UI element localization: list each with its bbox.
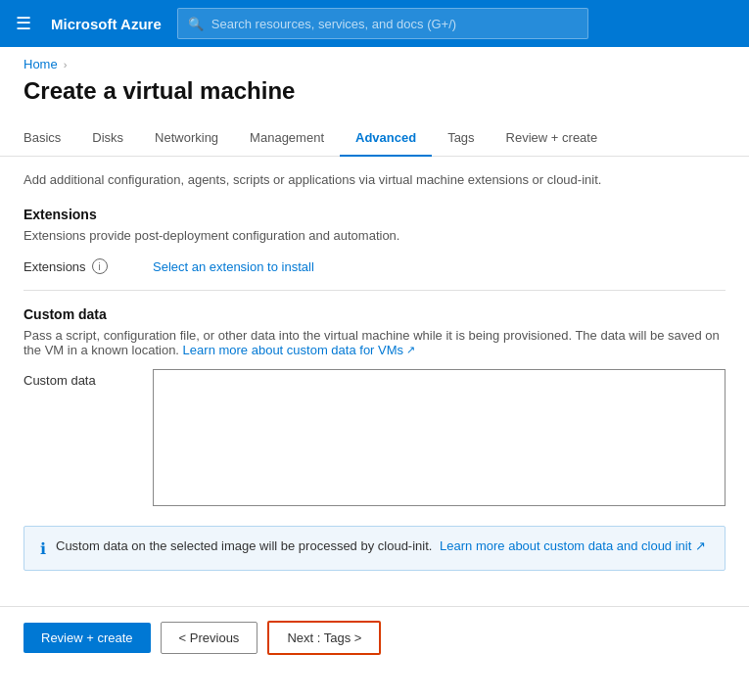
breadcrumb: Home › — [0, 47, 749, 71]
breadcrumb-home[interactable]: Home — [23, 57, 58, 71]
search-bar[interactable]: 🔍 Search resources, services, and docs (… — [177, 8, 588, 39]
review-create-button[interactable]: Review + create — [23, 623, 151, 653]
search-placeholder: Search resources, services, and docs (G+… — [211, 17, 456, 31]
custom-data-label: Custom data — [23, 369, 141, 388]
external-link-icon: ↗ — [406, 344, 415, 356]
info-banner-text: Custom data on the selected image will b… — [56, 538, 706, 553]
info-banner: ℹ Custom data on the selected image will… — [23, 526, 726, 571]
section-divider — [23, 290, 726, 291]
tabs: Basics Disks Networking Management Advan… — [0, 120, 749, 157]
extensions-heading: Extensions — [23, 207, 726, 222]
tab-basics[interactable]: Basics — [23, 120, 76, 157]
hamburger-icon[interactable]: ☰ — [12, 9, 35, 38]
custom-data-learn-more-link[interactable]: Learn more about custom data for VMs ↗ — [183, 343, 415, 357]
tab-disks[interactable]: Disks — [76, 120, 139, 157]
tab-review-create[interactable]: Review + create — [491, 120, 614, 157]
page-title: Create a virtual machine — [0, 71, 749, 120]
custom-data-description: Pass a script, configuration file, or ot… — [23, 328, 726, 357]
page-subtitle: Add additional configuration, agents, sc… — [23, 172, 726, 187]
footer: Review + create < Previous Next : Tags > — [0, 606, 749, 669]
tab-networking[interactable]: Networking — [139, 120, 234, 157]
info-banner-icon: ℹ — [40, 539, 46, 558]
main-content: Add additional configuration, agents, sc… — [0, 157, 749, 606]
custom-data-heading: Custom data — [23, 306, 726, 322]
tab-tags[interactable]: Tags — [432, 120, 490, 157]
previous-button[interactable]: < Previous — [161, 622, 258, 654]
cloud-init-external-icon: ↗ — [695, 538, 706, 553]
next-tags-button[interactable]: Next : Tags > — [267, 621, 381, 655]
extensions-info-icon[interactable]: i — [92, 258, 108, 274]
extensions-description: Extensions provide post-deployment confi… — [23, 228, 726, 243]
extensions-field-row: Extensions i Select an extension to inst… — [23, 258, 726, 274]
search-icon: 🔍 — [188, 17, 204, 31]
tab-advanced[interactable]: Advanced — [340, 120, 432, 157]
cloud-init-learn-more-link[interactable]: Learn more about custom data and cloud i… — [440, 538, 706, 553]
azure-logo: Microsoft Azure — [51, 16, 162, 32]
topbar: ☰ Microsoft Azure 🔍 Search resources, se… — [0, 0, 749, 47]
select-extension-link[interactable]: Select an extension to install — [153, 259, 314, 274]
breadcrumb-separator: › — [64, 59, 68, 70]
extensions-label: Extensions i — [23, 258, 141, 274]
tab-management[interactable]: Management — [234, 120, 340, 157]
custom-data-field-row: Custom data — [23, 369, 726, 506]
custom-data-textarea[interactable] — [153, 369, 726, 506]
custom-data-section: Custom data Pass a script, configuration… — [23, 306, 726, 506]
